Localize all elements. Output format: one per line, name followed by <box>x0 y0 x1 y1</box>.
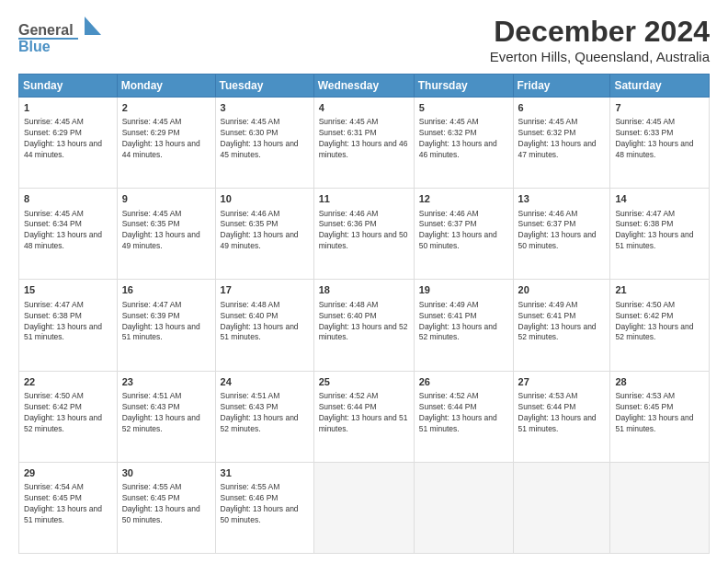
day-number: 2 <box>122 101 210 115</box>
day-number: 14 <box>615 192 704 206</box>
day-number: 31 <box>221 466 309 480</box>
day-info: Sunrise: 4:47 AM Sunset: 6:38 PM Dayligh… <box>24 300 112 344</box>
calendar-header-row: Sunday Monday Tuesday Wednesday Thursday… <box>19 75 710 98</box>
day-number: 10 <box>221 192 309 206</box>
calendar-cell: 26Sunrise: 4:52 AM Sunset: 6:44 PM Dayli… <box>414 371 513 462</box>
day-number: 29 <box>24 466 112 480</box>
calendar-cell: 12Sunrise: 4:46 AM Sunset: 6:37 PM Dayli… <box>414 189 513 280</box>
day-info: Sunrise: 4:51 AM Sunset: 6:43 PM Dayligh… <box>122 391 210 435</box>
col-saturday: Saturday <box>610 75 710 98</box>
day-number: 1 <box>24 101 112 115</box>
calendar-cell: 18Sunrise: 4:48 AM Sunset: 6:40 PM Dayli… <box>313 280 414 371</box>
title-block: December 2024 Everton Hills, Queensland,… <box>490 15 710 64</box>
calendar-subtitle: Everton Hills, Queensland, Australia <box>490 49 710 64</box>
day-number: 26 <box>419 375 508 389</box>
calendar-cell: 17Sunrise: 4:48 AM Sunset: 6:40 PM Dayli… <box>215 280 313 371</box>
day-info: Sunrise: 4:50 AM Sunset: 6:42 PM Dayligh… <box>24 391 112 435</box>
calendar-cell: 6Sunrise: 4:45 AM Sunset: 6:32 PM Daylig… <box>513 98 610 189</box>
day-number: 25 <box>319 375 409 389</box>
col-monday: Monday <box>117 75 215 98</box>
calendar-cell: 8Sunrise: 4:45 AM Sunset: 6:34 PM Daylig… <box>19 189 118 280</box>
calendar-cell <box>313 462 414 553</box>
day-number: 16 <box>122 283 210 297</box>
calendar-table: Sunday Monday Tuesday Wednesday Thursday… <box>18 74 710 554</box>
day-info: Sunrise: 4:52 AM Sunset: 6:44 PM Dayligh… <box>319 391 409 435</box>
day-number: 24 <box>221 375 309 389</box>
day-number: 12 <box>419 192 508 206</box>
calendar-week-row: 15Sunrise: 4:47 AM Sunset: 6:38 PM Dayli… <box>19 280 710 371</box>
day-info: Sunrise: 4:48 AM Sunset: 6:40 PM Dayligh… <box>221 300 309 344</box>
calendar-cell: 16Sunrise: 4:47 AM Sunset: 6:39 PM Dayli… <box>117 280 215 371</box>
svg-text:General: General <box>18 22 74 38</box>
day-number: 7 <box>615 101 704 115</box>
day-info: Sunrise: 4:45 AM Sunset: 6:29 PM Dayligh… <box>122 117 210 161</box>
header: General Blue December 2024 Everton Hills… <box>18 15 710 64</box>
calendar-cell: 25Sunrise: 4:52 AM Sunset: 6:44 PM Dayli… <box>313 371 414 462</box>
day-info: Sunrise: 4:45 AM Sunset: 6:30 PM Dayligh… <box>221 117 309 161</box>
calendar-cell: 3Sunrise: 4:45 AM Sunset: 6:30 PM Daylig… <box>215 98 313 189</box>
day-number: 4 <box>319 101 409 115</box>
day-info: Sunrise: 4:49 AM Sunset: 6:41 PM Dayligh… <box>518 300 606 344</box>
calendar-cell: 2Sunrise: 4:45 AM Sunset: 6:29 PM Daylig… <box>117 98 215 189</box>
calendar-cell: 30Sunrise: 4:55 AM Sunset: 6:45 PM Dayli… <box>117 462 215 553</box>
svg-marker-2 <box>85 17 101 35</box>
day-info: Sunrise: 4:52 AM Sunset: 6:44 PM Dayligh… <box>419 391 508 435</box>
calendar-cell: 28Sunrise: 4:53 AM Sunset: 6:45 PM Dayli… <box>610 371 710 462</box>
logo-svg: General Blue <box>18 15 101 63</box>
day-info: Sunrise: 4:54 AM Sunset: 6:45 PM Dayligh… <box>24 482 112 526</box>
page: General Blue December 2024 Everton Hills… <box>0 0 728 563</box>
day-info: Sunrise: 4:46 AM Sunset: 6:35 PM Dayligh… <box>221 209 309 253</box>
calendar-week-row: 8Sunrise: 4:45 AM Sunset: 6:34 PM Daylig… <box>19 189 710 280</box>
calendar-cell: 15Sunrise: 4:47 AM Sunset: 6:38 PM Dayli… <box>19 280 118 371</box>
day-info: Sunrise: 4:48 AM Sunset: 6:40 PM Dayligh… <box>319 300 409 344</box>
day-number: 21 <box>615 283 704 297</box>
day-number: 28 <box>615 375 704 389</box>
day-info: Sunrise: 4:50 AM Sunset: 6:42 PM Dayligh… <box>615 300 704 344</box>
day-info: Sunrise: 4:46 AM Sunset: 6:36 PM Dayligh… <box>319 209 409 253</box>
calendar-cell: 4Sunrise: 4:45 AM Sunset: 6:31 PM Daylig… <box>313 98 414 189</box>
day-number: 22 <box>24 375 112 389</box>
col-sunday: Sunday <box>19 75 118 98</box>
day-number: 20 <box>518 283 606 297</box>
day-number: 5 <box>419 101 508 115</box>
day-info: Sunrise: 4:45 AM Sunset: 6:32 PM Dayligh… <box>518 117 606 161</box>
day-info: Sunrise: 4:45 AM Sunset: 6:32 PM Dayligh… <box>419 117 508 161</box>
day-info: Sunrise: 4:46 AM Sunset: 6:37 PM Dayligh… <box>419 209 508 253</box>
calendar-cell: 10Sunrise: 4:46 AM Sunset: 6:35 PM Dayli… <box>215 189 313 280</box>
calendar-cell: 7Sunrise: 4:45 AM Sunset: 6:33 PM Daylig… <box>610 98 710 189</box>
calendar-cell: 31Sunrise: 4:55 AM Sunset: 6:46 PM Dayli… <box>215 462 313 553</box>
calendar-cell: 11Sunrise: 4:46 AM Sunset: 6:36 PM Dayli… <box>313 189 414 280</box>
calendar-cell: 20Sunrise: 4:49 AM Sunset: 6:41 PM Dayli… <box>513 280 610 371</box>
col-tuesday: Tuesday <box>215 75 313 98</box>
calendar-cell: 22Sunrise: 4:50 AM Sunset: 6:42 PM Dayli… <box>19 371 118 462</box>
calendar-cell: 29Sunrise: 4:54 AM Sunset: 6:45 PM Dayli… <box>19 462 118 553</box>
col-friday: Friday <box>513 75 610 98</box>
day-number: 27 <box>518 375 606 389</box>
calendar-body: 1Sunrise: 4:45 AM Sunset: 6:29 PM Daylig… <box>19 98 710 554</box>
day-number: 11 <box>319 192 409 206</box>
day-info: Sunrise: 4:45 AM Sunset: 6:29 PM Dayligh… <box>24 117 112 161</box>
calendar-cell: 1Sunrise: 4:45 AM Sunset: 6:29 PM Daylig… <box>19 98 118 189</box>
calendar-cell: 13Sunrise: 4:46 AM Sunset: 6:37 PM Dayli… <box>513 189 610 280</box>
calendar-cell: 19Sunrise: 4:49 AM Sunset: 6:41 PM Dayli… <box>414 280 513 371</box>
day-info: Sunrise: 4:45 AM Sunset: 6:34 PM Dayligh… <box>24 209 112 253</box>
day-number: 9 <box>122 192 210 206</box>
calendar-cell <box>610 462 710 553</box>
day-number: 15 <box>24 283 112 297</box>
calendar-cell: 5Sunrise: 4:45 AM Sunset: 6:32 PM Daylig… <box>414 98 513 189</box>
svg-rect-3 <box>18 38 78 40</box>
calendar-week-row: 29Sunrise: 4:54 AM Sunset: 6:45 PM Dayli… <box>19 462 710 553</box>
day-info: Sunrise: 4:53 AM Sunset: 6:45 PM Dayligh… <box>615 391 704 435</box>
calendar-week-row: 22Sunrise: 4:50 AM Sunset: 6:42 PM Dayli… <box>19 371 710 462</box>
calendar-cell: 14Sunrise: 4:47 AM Sunset: 6:38 PM Dayli… <box>610 189 710 280</box>
col-thursday: Thursday <box>414 75 513 98</box>
day-number: 17 <box>221 283 309 297</box>
day-number: 30 <box>122 466 210 480</box>
day-info: Sunrise: 4:45 AM Sunset: 6:33 PM Dayligh… <box>615 117 704 161</box>
day-info: Sunrise: 4:49 AM Sunset: 6:41 PM Dayligh… <box>419 300 508 344</box>
day-info: Sunrise: 4:46 AM Sunset: 6:37 PM Dayligh… <box>518 209 606 253</box>
day-info: Sunrise: 4:47 AM Sunset: 6:38 PM Dayligh… <box>615 209 704 253</box>
calendar-week-row: 1Sunrise: 4:45 AM Sunset: 6:29 PM Daylig… <box>19 98 710 189</box>
calendar-title: December 2024 <box>490 15 710 49</box>
logo: General Blue <box>18 15 101 63</box>
